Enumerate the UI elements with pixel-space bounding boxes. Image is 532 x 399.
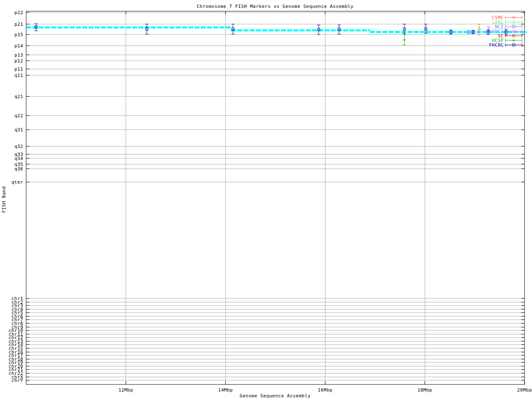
xtick-label-16Mbp: 16Mbp	[318, 387, 333, 393]
data-point-NCI	[467, 30, 470, 34]
ytick-label-p21: p21	[15, 22, 23, 27]
data-point-FHCRC	[145, 24, 148, 34]
data-point-FHCRC	[317, 25, 320, 34]
ytick-label-p14: p14	[15, 43, 23, 49]
ytick-label-chrY: chrY	[12, 378, 24, 383]
xtick-label-14Mbp: 14Mbp	[218, 387, 233, 393]
data-point-UCSF	[403, 34, 406, 45]
fish-marker-chart: CSMCLANLNCIRPCISCUCSFFHCRCp22p21p15p14p1…	[0, 0, 532, 399]
legend-sample-layer	[505, 16, 522, 47]
ytick-label-p11: p11	[15, 66, 23, 72]
ytick-label-q31: q31	[15, 127, 23, 133]
legend-label-FHCRC: FHCRC	[489, 42, 504, 48]
data-point-FHCRC	[486, 30, 490, 34]
legend-entry-LANL	[505, 20, 522, 24]
y-axis-label: FISH Band	[1, 186, 7, 213]
plot-border	[26, 11, 525, 384]
ytick-label-p22: p22	[15, 10, 23, 15]
marker-plus	[512, 20, 515, 24]
ytick-label-q34: q34	[15, 156, 23, 161]
ytick-label-q36: q36	[15, 166, 23, 172]
legend-entry-NCI	[505, 25, 522, 28]
data-point-FHCRC	[232, 24, 235, 34]
data-point-FHCRC	[337, 25, 341, 34]
ytick-label-q32: q32	[15, 144, 23, 149]
ytick-label-p12: p12	[15, 58, 23, 64]
marker-plus	[512, 39, 515, 42]
xtick-label-18Mbp: 18Mbp	[417, 387, 432, 393]
x-axis-label: Genome Sequence Assembly	[240, 393, 311, 399]
ytick-label-q21: q21	[15, 94, 23, 99]
ytick-label-qter: qter	[12, 180, 24, 185]
ytick-label-p13: p13	[15, 52, 23, 58]
ytick-label-q11: q11	[15, 73, 23, 78]
legend-entry-CSMC	[505, 16, 522, 19]
grid-layer	[26, 11, 525, 384]
chart-title: Chromosome 7 FISH Markers vs Genome Sequ…	[197, 4, 354, 9]
ytick-label-p15: p15	[15, 32, 23, 37]
data-point-FHCRC	[449, 30, 453, 34]
legend-entry-UCSF	[505, 39, 522, 42]
xtick-label-20Mbp: 20Mbp	[517, 387, 532, 393]
ytick-label-q22: q22	[15, 113, 23, 118]
marker-plus	[403, 38, 406, 42]
xtick-label-12Mbp: 12Mbp	[118, 387, 133, 393]
legend-entry-FHCRC	[505, 43, 522, 47]
tick-layer: p22p21p15p14p13p12p11q11q21q22q31q32q33q…	[8, 10, 532, 393]
plot-dynamic-layer: CSMCLANLNCIRPCISCUCSFFHCRCp22p21p15p14p1…	[8, 10, 532, 393]
data-point-FHCRC	[472, 30, 475, 34]
data-point-FHCRC	[505, 29, 508, 35]
data-point-FHCRC	[34, 24, 38, 31]
chart-root: CSMCLANLNCIRPCISCUCSFFHCRCp22p21p15p14p1…	[0, 0, 532, 399]
